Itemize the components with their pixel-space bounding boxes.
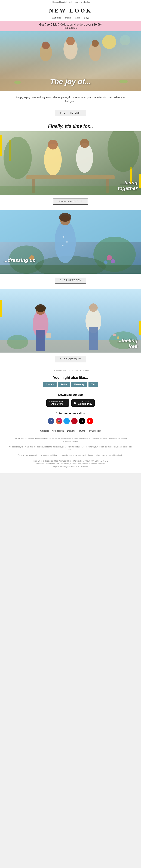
app-store-small: Download on the bbox=[51, 401, 63, 402]
being-together-text: ...being together bbox=[118, 180, 138, 191]
top-bar: If this email is not displaying correctl… bbox=[0, 0, 141, 4]
svg-point-10 bbox=[119, 80, 128, 83]
svg-point-20 bbox=[80, 139, 89, 148]
svg-point-30 bbox=[111, 259, 115, 264]
apple-icon:  bbox=[49, 401, 50, 405]
logo[interactable]: NEW LOOK bbox=[2, 7, 139, 14]
feeling-free-section: ...feeling free SHOP GETAWAY bbox=[0, 289, 141, 368]
dressing-up-text: ...dressing up bbox=[3, 257, 36, 263]
svg-rect-51 bbox=[46, 333, 51, 338]
shop-getaway-container: SHOP GETAWAY bbox=[0, 352, 141, 368]
banner-prefix: Get bbox=[39, 23, 45, 26]
dressing-up-image: ...dressing up bbox=[0, 210, 141, 274]
instagram-icon[interactable]: 📷 bbox=[56, 418, 62, 424]
dressing-up-svg bbox=[0, 210, 141, 274]
tiktok-icon[interactable]: ♫ bbox=[79, 418, 85, 424]
nav-womens[interactable]: Womens bbox=[52, 17, 61, 19]
facebook-icon[interactable]: f bbox=[48, 418, 54, 424]
join-heading: Join the conversation bbox=[0, 412, 141, 415]
pill-maternity[interactable]: Maternity bbox=[71, 382, 87, 387]
google-play-small: GET IT ON bbox=[78, 401, 92, 402]
shop-dresses-button[interactable]: SHOP DRESSES bbox=[55, 277, 86, 283]
youtube-icon[interactable]: ▶ bbox=[87, 418, 93, 424]
privacy-policy-link[interactable]: Privacy policy bbox=[88, 430, 101, 432]
feeling-free-text: ...feeling free bbox=[117, 338, 138, 349]
svg-point-7 bbox=[92, 40, 99, 47]
legal-line-3: Head Office & Registered Office: New Loo… bbox=[7, 460, 134, 462]
legal-line-5: Registered in England with Co. No: 14136… bbox=[7, 465, 134, 468]
svg-point-1 bbox=[102, 35, 116, 49]
svg-point-29 bbox=[107, 255, 112, 260]
svg-point-49 bbox=[89, 303, 97, 312]
shop-edit-button[interactable]: SHOP THE EDIT bbox=[55, 110, 86, 116]
app-store-button[interactable]:  Download on the App Store bbox=[46, 399, 69, 407]
hero-image: The joy of... bbox=[0, 31, 141, 91]
social-icons: f 📷 ᵀ P ♫ ▶ bbox=[0, 417, 141, 425]
tac-label: *T&Cs apply. Select Click & Collect at c… bbox=[52, 369, 89, 371]
svg-point-47 bbox=[35, 304, 46, 312]
google-play-big: Google Play bbox=[78, 402, 92, 405]
dressing-up-section: ...dressing up SHOP DRESSES bbox=[0, 210, 141, 289]
legal-line-4: New Look Retailers Ltd, New Look House, … bbox=[7, 462, 134, 465]
category-pills: Curves Petite Maternity Tall bbox=[0, 380, 141, 389]
returns-link[interactable]: Returns bbox=[78, 430, 85, 432]
pill-curves[interactable]: Curves bbox=[43, 382, 57, 387]
gift-cards-link[interactable]: Gift cards bbox=[40, 430, 49, 432]
shop-going-out-button[interactable]: SHOP GOING OUT bbox=[53, 198, 88, 205]
svg-point-3 bbox=[42, 41, 50, 49]
app-store-big: App Store bbox=[51, 402, 63, 405]
tac-text: *T&Cs apply. Select Click & Collect at c… bbox=[0, 368, 141, 373]
nav-boys[interactable]: Boys bbox=[84, 17, 89, 19]
logo-section: NEW LOOK bbox=[0, 4, 141, 15]
svg-point-18 bbox=[48, 140, 58, 150]
svg-point-31 bbox=[104, 260, 108, 264]
app-buttons:  Download on the App Store ▶ GET IT ON … bbox=[0, 398, 141, 408]
twitter-icon[interactable]: ᵀ bbox=[63, 418, 70, 424]
shop-edit-container: SHOP THE EDIT bbox=[0, 106, 141, 122]
body-text: Hugs, happy days and bigger-and-better p… bbox=[14, 95, 127, 103]
svg-point-37 bbox=[66, 241, 68, 243]
pinterest-icon[interactable]: P bbox=[71, 418, 78, 424]
svg-rect-39 bbox=[0, 265, 141, 274]
app-store-text: Download on the App Store bbox=[51, 401, 63, 405]
svg-point-54 bbox=[113, 334, 116, 336]
finally-heading: Finally, it's time for... bbox=[0, 123, 141, 129]
banner-suffix: on all orders over £19.99* bbox=[69, 23, 102, 26]
legal-line-0: You are being emailed for an offer respo… bbox=[7, 437, 134, 443]
pill-petite[interactable]: Petite bbox=[58, 382, 70, 387]
finally-section: Finally, it's time for... bbox=[0, 122, 141, 131]
being-together-section: ...being together SHOP GOING OUT bbox=[0, 131, 141, 210]
yellow-accent-right-1 bbox=[139, 174, 141, 188]
svg-point-52 bbox=[7, 335, 28, 349]
nav-mens[interactable]: Mens bbox=[65, 17, 71, 19]
banner-free: free bbox=[45, 23, 50, 26]
your-account-link[interactable]: Your account bbox=[52, 430, 64, 432]
click-collect-banner: Get free Click & Collect on all orders o… bbox=[0, 21, 141, 31]
svg-point-35 bbox=[59, 213, 72, 222]
svg-point-5 bbox=[66, 37, 75, 45]
feeling-free-image: ...feeling free bbox=[0, 289, 141, 352]
hero-overlay-text: The joy of... bbox=[50, 78, 91, 86]
body-description: Hugs, happy days and bigger-and-better p… bbox=[0, 91, 141, 106]
svg-point-21 bbox=[3, 137, 32, 179]
yellow-accent-left-1 bbox=[0, 135, 2, 156]
download-section: Download our app  Download on the App S… bbox=[0, 391, 141, 409]
top-bar-text: If this email is not displaying correctl… bbox=[50, 1, 91, 3]
svg-rect-41 bbox=[0, 300, 2, 317]
footer-links: Gift cards Your account Delivery Returns… bbox=[0, 427, 141, 435]
pill-tall[interactable]: Tall bbox=[88, 382, 98, 387]
svg-rect-12 bbox=[26, 176, 115, 179]
legal-line-1: We do not reply to e-mails from this add… bbox=[7, 445, 134, 451]
find-out-more-link[interactable]: Find out more bbox=[3, 27, 138, 29]
shop-going-out-container: SHOP GOING OUT bbox=[0, 195, 141, 210]
legal-line-2: To make sure our emails get to you and a… bbox=[7, 454, 134, 457]
google-play-button[interactable]: ▶ GET IT ON Google Play bbox=[72, 399, 95, 407]
nav-girls[interactable]: Girls bbox=[75, 17, 80, 19]
shop-getaway-button[interactable]: SHOP GETAWAY bbox=[55, 356, 86, 363]
svg-rect-42 bbox=[139, 321, 141, 335]
google-play-text: GET IT ON Google Play bbox=[78, 401, 92, 405]
being-together-image: ...being together bbox=[0, 131, 141, 195]
delivery-link[interactable]: Delivery bbox=[67, 430, 75, 432]
svg-rect-46 bbox=[36, 330, 45, 351]
nav-section: Womens Mens Girls Boys bbox=[0, 15, 141, 21]
